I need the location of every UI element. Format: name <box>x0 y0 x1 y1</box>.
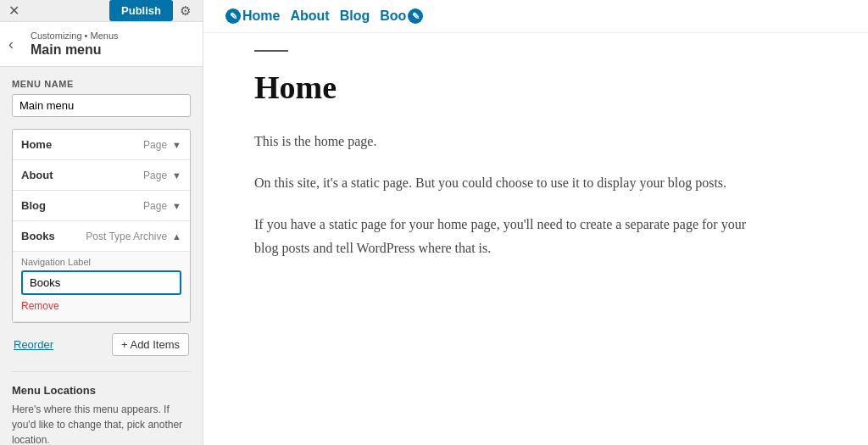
nav-link-home[interactable]: ✎ Home <box>220 8 285 24</box>
menu-actions: Reorder + Add Items <box>12 333 191 356</box>
panel-title: Main menu <box>31 42 191 58</box>
add-items-button[interactable]: + Add Items <box>112 333 189 356</box>
menu-item-books-label: Books <box>21 230 55 242</box>
nav-label-section: Navigation Label Remove <box>13 251 190 321</box>
publish-button[interactable]: Publish <box>109 0 173 21</box>
menu-items-list: Home Page ▼ About Page ▼ Blog Page <box>12 129 191 323</box>
menu-item-about-label: About <box>21 169 53 181</box>
menu-item-blog[interactable]: Blog Page ▼ <box>13 191 190 221</box>
page-para-3: If you have a static page for your home … <box>254 213 746 259</box>
menu-item-home-label: Home <box>21 138 52 151</box>
locations-description: Here's where this menu appears. If you'd… <box>12 402 191 445</box>
menu-item-books-right: Post Type Archive ▲ <box>86 231 181 242</box>
close-button[interactable]: ✕ <box>8 4 19 18</box>
left-panel: ✕ Publish ⚙ ‹ Customizing • Menus Main m… <box>0 0 203 445</box>
edit-icon-books[interactable]: ✎ <box>408 8 423 24</box>
nav-label-input[interactable] <box>21 270 181 295</box>
menu-item-home-type: Page <box>143 139 167 151</box>
menu-item-about-right: Page ▼ <box>143 170 181 181</box>
remove-button[interactable]: Remove <box>21 300 59 312</box>
menu-item-home-right: Page ▼ <box>143 139 181 151</box>
breadcrumb: Customizing • Menus <box>31 31 191 41</box>
page-content: Home This is the home page. On this site… <box>203 33 797 312</box>
nav-link-about-label: About <box>290 8 329 24</box>
menu-item-about[interactable]: About Page ▼ <box>13 160 190 191</box>
page-para-1: This is the home page. <box>254 130 746 153</box>
nav-preview: ✎ Home About Blog Boo ✎ <box>203 0 868 33</box>
edit-icon-home[interactable]: ✎ <box>225 8 241 24</box>
chevron-up-icon: ▲ <box>172 231 181 242</box>
publish-area: Publish ⚙ <box>109 0 194 21</box>
menu-item-home[interactable]: Home Page ▼ <box>13 130 190 160</box>
panel-body: Menu Name Home Page ▼ About Page ▼ <box>0 67 203 445</box>
locations-section: Menu Locations Here's where this menu ap… <box>12 371 191 445</box>
chevron-down-icon: ▼ <box>172 170 181 181</box>
chevron-down-icon: ▼ <box>172 201 181 211</box>
page-para-2: On this site, it's a static page. But yo… <box>254 171 746 194</box>
reorder-button[interactable]: Reorder <box>14 338 53 351</box>
menu-item-books-header[interactable]: Books Post Type Archive ▲ <box>13 221 190 251</box>
menu-item-blog-right: Page ▼ <box>143 200 181 212</box>
panel-header: ‹ Customizing • Menus Main menu <box>0 22 203 67</box>
menu-item-blog-label: Blog <box>21 199 46 212</box>
nav-link-home-label: Home <box>242 8 280 24</box>
nav-link-about[interactable]: About <box>285 8 334 24</box>
page-heading: Home <box>254 69 746 106</box>
menu-item-books: Books Post Type Archive ▲ Navigation Lab… <box>13 221 190 322</box>
nav-link-books-label: Boo <box>380 8 406 24</box>
top-bar: ✕ Publish ⚙ <box>0 0 203 22</box>
back-button[interactable]: ‹ <box>8 36 14 52</box>
menu-item-about-type: Page <box>143 170 167 181</box>
nav-link-books[interactable]: Boo ✎ <box>375 8 428 24</box>
gear-button[interactable]: ⚙ <box>176 2 194 20</box>
nav-label-label: Navigation Label <box>21 257 181 267</box>
locations-title: Menu Locations <box>12 384 191 397</box>
page-divider <box>254 50 288 52</box>
nav-link-blog[interactable]: Blog <box>335 8 376 24</box>
menu-item-blog-type: Page <box>143 200 167 212</box>
nav-link-blog-label: Blog <box>340 8 370 24</box>
menu-name-input[interactable] <box>12 94 191 117</box>
menu-name-label: Menu Name <box>12 79 191 89</box>
menu-item-books-type: Post Type Archive <box>86 231 167 242</box>
right-panel: ✎ Home About Blog Boo ✎ Home This is the… <box>203 0 868 445</box>
chevron-down-icon: ▼ <box>172 140 181 150</box>
